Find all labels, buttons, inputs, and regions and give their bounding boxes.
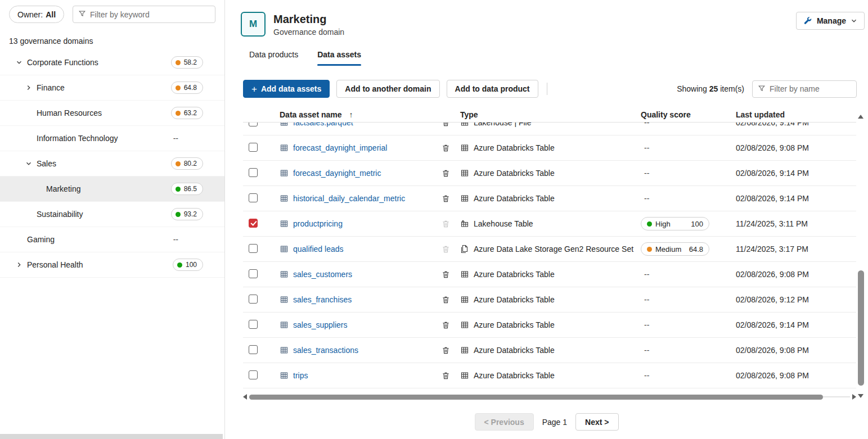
column-header-updated[interactable]: Last updated (732, 110, 856, 119)
last-updated: 02/08/2026, 9:08 PM (732, 143, 856, 152)
asset-name-link[interactable]: trips (293, 371, 308, 380)
scroll-up-icon[interactable] (858, 115, 863, 119)
row-checkbox[interactable] (249, 244, 258, 253)
delete-icon[interactable] (442, 143, 450, 152)
asset-name-link[interactable]: historical_daily_calendar_metric (293, 194, 405, 203)
owner-label: Owner: (17, 10, 43, 19)
scroll-right-icon[interactable] (852, 394, 856, 400)
chevron-icon[interactable] (25, 84, 37, 91)
domain-tree-item[interactable]: Sustainability 93.2 (0, 202, 224, 227)
tree-item-label: Sales (37, 159, 56, 168)
tab-data-products[interactable]: Data products (249, 50, 298, 66)
manage-label: Manage (817, 16, 846, 25)
type-label: Azure Databricks Table (474, 295, 555, 304)
databricks-table-icon (460, 194, 469, 203)
row-checkbox[interactable] (249, 123, 258, 126)
tree-item-label: Sustainability (37, 210, 83, 219)
tree-item-label: Finance (37, 83, 65, 92)
tab-data-assets[interactable]: Data assets (317, 50, 361, 66)
asset-name-link[interactable]: sales_customers (293, 270, 352, 279)
delete-icon[interactable] (442, 169, 450, 178)
delete-icon[interactable] (442, 371, 450, 380)
domain-tree-item[interactable]: Information Technology -- (0, 126, 224, 151)
delete-icon[interactable] (442, 346, 450, 355)
last-updated: 02/08/2026, 9:12 PM (732, 295, 856, 304)
type-label: Lakehouse Table (474, 219, 533, 228)
asset-name-link[interactable]: forecast_daynight_imperial (293, 143, 387, 152)
vertical-scrollbar[interactable] (857, 112, 865, 400)
scroll-left-icon[interactable] (243, 394, 247, 400)
score-dot (176, 212, 181, 217)
delete-icon[interactable] (442, 270, 450, 279)
row-checkbox[interactable] (249, 219, 258, 228)
column-header-name[interactable]: Data asset name↑ (276, 110, 436, 119)
previous-page-button[interactable]: < Previous (475, 413, 534, 431)
asset-name-link[interactable]: productpricing (293, 219, 343, 228)
add-to-another-domain-button[interactable]: Add to another domain (336, 80, 439, 98)
databricks-table-icon (460, 320, 469, 329)
wrench-icon (803, 16, 812, 25)
delete-icon[interactable] (442, 295, 450, 304)
row-checkbox[interactable] (249, 370, 258, 379)
tree-item-label: Corporate Functions (27, 58, 98, 67)
column-header-type[interactable]: Type (455, 110, 636, 119)
databricks-table-icon (460, 346, 469, 355)
horizontal-scroll-thumb[interactable] (249, 395, 823, 400)
asset-name-link[interactable]: sales_suppliers (293, 320, 348, 329)
row-checkbox[interactable] (249, 193, 258, 202)
row-checkbox[interactable] (249, 168, 258, 177)
score-dash: -- (173, 235, 178, 244)
row-checkbox[interactable] (249, 320, 258, 329)
domain-tree-item[interactable]: Sales 80.2 (0, 151, 224, 176)
domain-tree-item[interactable]: Gaming -- (0, 227, 224, 252)
domain-tree-item[interactable]: Finance 64.8 (0, 75, 224, 101)
chevron-icon[interactable] (16, 261, 27, 268)
score-dot (176, 85, 181, 90)
showing-prefix: Showing (677, 84, 707, 93)
keyword-filter-input[interactable] (90, 10, 210, 19)
domain-tree-item[interactable]: Human Resources 63.2 (0, 101, 224, 126)
adls-resource-set-icon (460, 245, 469, 254)
filter-icon (78, 10, 86, 19)
delete-icon[interactable] (442, 123, 450, 127)
owner-filter-pill[interactable]: Owner: All (9, 6, 64, 23)
horizontal-scrollbar[interactable] (243, 393, 856, 401)
asset-name-link[interactable]: sales_franchises (293, 295, 352, 304)
delete-icon[interactable] (442, 194, 450, 203)
row-checkbox[interactable] (249, 295, 258, 304)
scroll-down-icon[interactable] (858, 394, 863, 398)
vertical-scroll-thumb[interactable] (858, 270, 864, 386)
type-label: Azure Databricks Table (474, 169, 555, 178)
table-grid-icon (280, 245, 289, 254)
score-badge: 63.2 (171, 107, 203, 119)
row-checkbox[interactable] (249, 143, 258, 152)
delete-icon[interactable] (442, 245, 450, 254)
asset-name-link[interactable]: qualified leads (293, 245, 344, 254)
table-grid-icon (280, 123, 289, 127)
domain-tree-item[interactable]: Marketing 86.5 (0, 176, 224, 202)
domain-tree-item[interactable]: Corporate Functions 58.2 (0, 50, 224, 75)
app-root: Owner: All 13 governance domains Corpora… (0, 0, 868, 439)
asset-name-link[interactable]: sales_transactions (293, 346, 358, 355)
type-label: Azure Databricks Table (474, 143, 555, 152)
sidebar-horizontal-scrollbar[interactable] (0, 434, 223, 439)
manage-button[interactable]: Manage (796, 12, 865, 30)
name-filter-input[interactable] (770, 84, 868, 93)
horizontal-scroll-track[interactable] (249, 394, 850, 400)
add-data-assets-button[interactable]: + Add data assets (243, 80, 330, 98)
last-updated: 02/08/2026, 9:14 PM (732, 194, 856, 203)
add-to-data-product-button[interactable]: Add to data product (447, 80, 538, 98)
column-header-quality[interactable]: Quality score (636, 110, 732, 119)
row-checkbox[interactable] (249, 345, 258, 354)
next-page-button[interactable]: Next > (575, 413, 618, 431)
chevron-icon[interactable] (16, 59, 27, 66)
domain-tree-item[interactable]: Personal Health 100 (0, 252, 224, 278)
asset-name-link[interactable]: factsales.parquet (293, 123, 353, 127)
row-checkbox[interactable] (249, 269, 258, 278)
last-updated: 02/08/2026, 9:14 PM (732, 169, 856, 178)
delete-icon[interactable] (442, 320, 450, 329)
asset-name-link[interactable]: forecast_daynight_metric (293, 169, 381, 178)
delete-icon[interactable] (442, 219, 450, 228)
chevron-icon[interactable] (25, 160, 37, 167)
score-badge: 93.2 (171, 208, 203, 220)
